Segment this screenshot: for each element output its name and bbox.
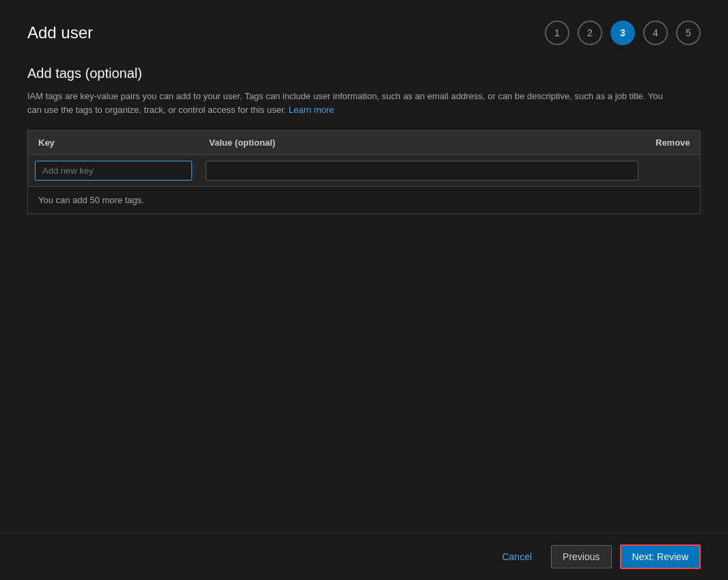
section-description: IAM tags are key-value pairs you can add… (27, 90, 677, 116)
footer: Cancel Previous Next: Review (0, 533, 728, 580)
col-remove-header: Remove (645, 131, 700, 155)
tag-value-cell (199, 155, 645, 186)
step-4[interactable]: 4 (643, 21, 668, 45)
step-3[interactable]: 3 (610, 21, 635, 45)
col-value-header: Value (optional) (199, 131, 645, 155)
tags-info: You can add 50 more tags. (28, 187, 700, 213)
tag-key-input[interactable] (35, 161, 192, 181)
step-1[interactable]: 1 (545, 21, 569, 45)
page-header: Add user 1 2 3 4 5 (27, 21, 701, 45)
tag-key-cell (28, 155, 199, 186)
section-title: Add tags (optional) (27, 66, 701, 81)
tag-value-input[interactable] (206, 161, 638, 181)
tags-table-header: Key Value (optional) Remove (28, 131, 700, 155)
previous-button[interactable]: Previous (551, 545, 611, 568)
cancel-button[interactable]: Cancel (491, 546, 543, 568)
col-key-header: Key (28, 131, 199, 155)
tags-table: Key Value (optional) Remove You can add … (27, 130, 701, 214)
content-section: Add tags (optional) IAM tags are key-val… (27, 66, 701, 559)
tag-remove-cell (645, 164, 700, 178)
learn-more-link[interactable]: Learn more (288, 105, 334, 115)
next-review-button[interactable]: Next: Review (620, 544, 701, 569)
step-5[interactable]: 5 (676, 21, 701, 45)
tags-table-row (28, 155, 700, 187)
step-indicators: 1 2 3 4 5 (545, 21, 701, 45)
page-title: Add user (27, 23, 93, 42)
step-2[interactable]: 2 (578, 21, 602, 45)
